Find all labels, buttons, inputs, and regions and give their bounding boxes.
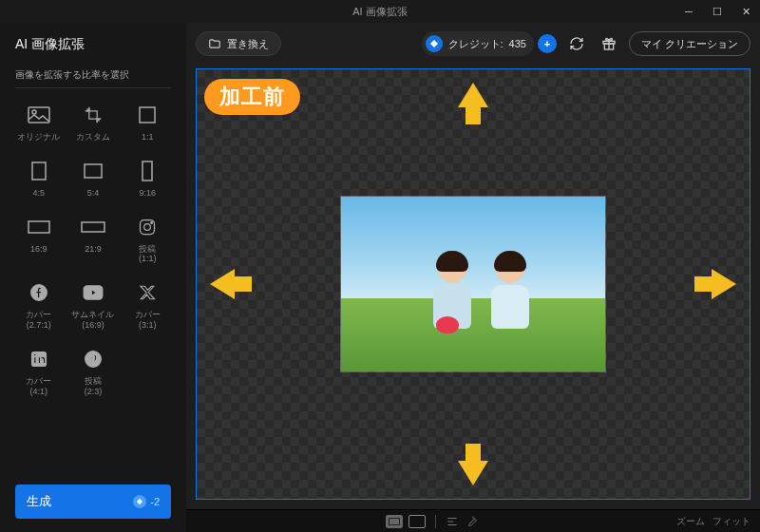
svg-point-1: [32, 110, 36, 114]
image-icon: [26, 102, 52, 128]
zoom-label[interactable]: ズーム: [676, 515, 705, 528]
ratio-option-facebook[interactable]: カバー(2.7:1): [15, 279, 62, 331]
svg-point-17: [33, 353, 36, 356]
ratio-label: 投稿(2:3): [85, 376, 103, 397]
svg-rect-0: [28, 107, 49, 123]
svg-rect-4: [32, 162, 46, 180]
brush-icon[interactable]: [465, 515, 478, 528]
minimize-button[interactable]: ─: [674, 0, 703, 23]
instagram-icon: [134, 214, 161, 240]
crop-icon: [80, 102, 106, 128]
ratio-option-rect-h[interactable]: 5:4: [69, 158, 116, 199]
align-icon[interactable]: [446, 515, 459, 528]
window-title: AI 画像拡張: [352, 5, 407, 19]
sidebar-subtitle: 画像を拡張する比率を選択: [15, 68, 171, 88]
ratio-option-youtube[interactable]: サムネイル(16:9): [69, 279, 116, 331]
content-area: 置き換え クレジット: 435 + マイ クリエーション 加工前: [186, 23, 760, 532]
ratio-option-rect-tall[interactable]: 9:16: [124, 158, 171, 199]
my-creations-button[interactable]: マイ クリエーション: [629, 31, 750, 56]
facebook-icon: [26, 279, 52, 306]
ratio-option-rect-v[interactable]: 4:5: [15, 158, 62, 199]
svg-rect-3: [140, 107, 155, 123]
x-icon: [134, 279, 161, 306]
before-badge: 加工前: [204, 79, 300, 115]
ratio-option-crop[interactable]: カスタム: [69, 102, 116, 142]
sidebar: AI 画像拡張 画像を拡張する比率を選択 オリジナルカスタム1:14:55:49…: [0, 23, 186, 532]
refresh-button[interactable]: [564, 31, 589, 56]
close-button[interactable]: ✕: [732, 0, 760, 23]
fit-label[interactable]: フィット: [712, 515, 750, 528]
credit-icon: [426, 35, 443, 52]
expand-arrow-left-icon: [210, 269, 235, 299]
gift-button[interactable]: [597, 31, 621, 56]
linkedin-icon: [26, 346, 52, 372]
ratio-label: 21:9: [85, 244, 102, 255]
svg-rect-5: [85, 164, 102, 178]
view-mode-single-button[interactable]: [386, 515, 403, 528]
rect-tall-icon: [134, 158, 161, 184]
view-mode-split-button[interactable]: [408, 515, 426, 528]
svg-marker-19: [137, 499, 142, 504]
canvas[interactable]: 加工前: [196, 68, 750, 500]
expand-arrow-up-icon: [458, 83, 488, 107]
rect-wide-icon: [26, 214, 52, 240]
content-topbar: 置き換え クレジット: 435 + マイ クリエーション: [186, 23, 760, 65]
rect-v-icon: [26, 158, 52, 184]
titlebar: AI 画像拡張 ─ ☐ ✕: [0, 0, 760, 23]
ratio-label: カバー(4:1): [26, 376, 51, 397]
ratio-option-image[interactable]: オリジナル: [15, 102, 62, 142]
svg-point-18: [86, 351, 102, 367]
ratio-label: 4:5: [32, 188, 45, 199]
gift-icon: [601, 36, 617, 51]
rect-uwide-icon: [80, 214, 106, 240]
ratio-label: 9:16: [140, 188, 157, 199]
expand-arrow-down-icon: [458, 461, 488, 485]
refresh-icon: [569, 36, 584, 51]
square-icon: [134, 102, 161, 128]
generate-cost: -2: [133, 495, 160, 508]
source-image[interactable]: [340, 196, 606, 372]
ratio-label: サムネイル(16:9): [71, 310, 114, 331]
ratio-label: カスタム: [76, 132, 110, 142]
generate-button[interactable]: 生成 -2: [15, 484, 171, 519]
rect-h-icon: [80, 158, 106, 184]
ratio-label: 5:4: [87, 188, 100, 199]
ratio-option-square[interactable]: 1:1: [124, 102, 171, 142]
bottom-toolbar: ズーム フィット: [186, 509, 760, 532]
ratio-label: 投稿(1:1): [139, 244, 157, 265]
add-credits-button[interactable]: +: [538, 34, 557, 53]
svg-rect-7: [28, 221, 49, 233]
svg-marker-20: [430, 40, 438, 48]
replace-button[interactable]: 置き換え: [196, 31, 281, 56]
ratio-label: 16:9: [30, 244, 48, 255]
ratio-option-instagram[interactable]: 投稿(1:1): [124, 214, 171, 265]
ratio-label: 1:1: [142, 132, 154, 142]
credits-badge[interactable]: クレジット: 435: [422, 31, 534, 56]
ratio-label: カバー(3:1): [135, 310, 161, 331]
ratio-label: カバー(2.7:1): [26, 310, 51, 331]
aspect-ratio-grid: オリジナルカスタム1:14:55:49:1616:921:9投稿(1:1)カバー…: [15, 102, 171, 396]
expand-arrow-right-icon: [712, 269, 736, 299]
svg-rect-6: [142, 162, 152, 180]
ratio-option-rect-uwide[interactable]: 21:9: [69, 214, 116, 265]
folder-icon: [208, 37, 221, 50]
maximize-button[interactable]: ☐: [703, 0, 732, 23]
window-controls: ─ ☐ ✕: [674, 0, 760, 23]
sidebar-title: AI 画像拡張: [15, 36, 171, 53]
svg-rect-8: [82, 222, 104, 232]
credit-icon: [133, 495, 146, 508]
svg-point-11: [151, 221, 153, 223]
ratio-option-linkedin[interactable]: カバー(4:1): [15, 346, 62, 397]
svg-point-10: [144, 223, 151, 230]
generate-label: 生成: [27, 493, 51, 510]
ratio-option-rect-wide[interactable]: 16:9: [15, 214, 62, 265]
ratio-option-pinterest[interactable]: 投稿(2:3): [69, 346, 116, 397]
youtube-icon: [80, 279, 106, 306]
ratio-option-x[interactable]: カバー(3:1): [124, 279, 171, 331]
svg-rect-16: [33, 357, 35, 364]
ratio-label: オリジナル: [17, 132, 60, 142]
pinterest-icon: [80, 346, 106, 372]
